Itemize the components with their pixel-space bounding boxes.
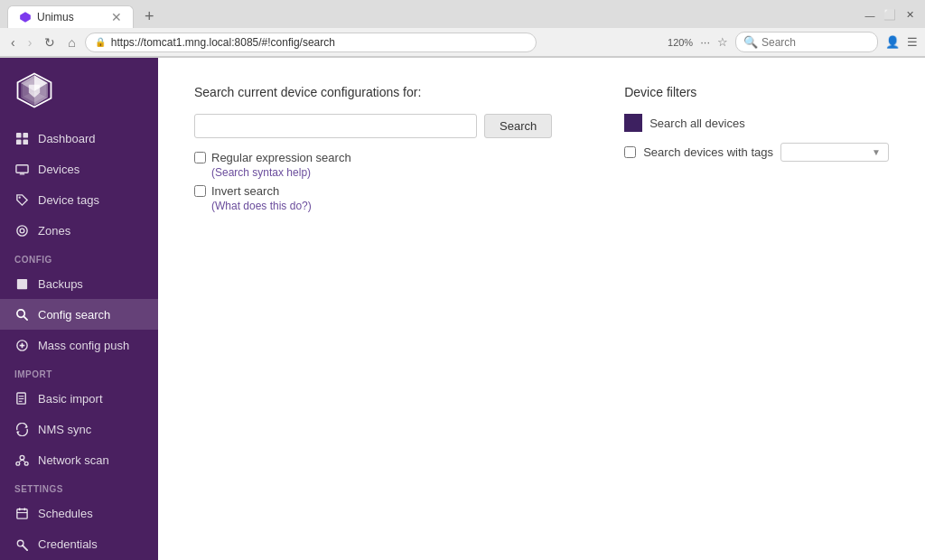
active-tab[interactable]: Unimus ✕ (7, 5, 134, 28)
credentials-label: Credentials (38, 537, 98, 551)
tab-title: Unimus (37, 11, 106, 23)
new-tab-button[interactable]: + (137, 7, 162, 26)
sidebar-item-device-tags[interactable]: Device tags (0, 184, 158, 215)
devices-label: Devices (38, 163, 79, 176)
page-section: Search current device configurations for… (194, 85, 889, 218)
app-logo (14, 70, 54, 110)
svg-marker-0 (20, 12, 31, 23)
minimize-button[interactable]: — (862, 7, 878, 23)
sidebar-item-nms-sync[interactable]: NMS sync (0, 414, 158, 444)
invert-help-link[interactable]: (What does this do?) (211, 200, 312, 212)
sidebar-item-network-scan[interactable]: Network scan (0, 444, 158, 475)
forward-button[interactable]: › (24, 33, 36, 51)
config-search-input[interactable] (194, 114, 477, 138)
sidebar-item-dashboard[interactable]: Dashboard (0, 123, 158, 154)
window-controls: — ⬜ ✕ (862, 7, 918, 27)
config-search-label: Config search (38, 308, 110, 322)
search-tags-option: Search devices with tags ▼ (624, 143, 889, 162)
menu-button[interactable]: ☰ (907, 35, 918, 49)
search-all-option: Search all devices (624, 114, 889, 132)
backups-icon (14, 276, 29, 291)
regex-label-group: Regular expression search (Search syntax… (211, 151, 351, 179)
mass-config-push-icon (14, 338, 29, 352)
browser-search-field[interactable]: 🔍 (735, 32, 878, 52)
profile-button[interactable]: 👤 (885, 35, 900, 49)
svg-rect-10 (15, 132, 21, 137)
invert-checkbox[interactable] (194, 185, 206, 197)
address-text: https://tomcat1.mng.local:8085/#!config/… (111, 36, 527, 49)
search-tags-label: Search devices with tags (643, 145, 773, 159)
schedules-icon (14, 506, 29, 520)
sidebar-item-mass-config-push[interactable]: Mass config push (0, 330, 158, 360)
bookmark-button[interactable]: ☆ (717, 35, 728, 49)
address-field[interactable]: 🔒 https://tomcat1.mng.local:8085/#!confi… (85, 33, 537, 52)
main-content: Search current device configurations for… (158, 58, 925, 560)
network-scan-label: Network scan (38, 453, 109, 467)
sidebar-item-config-search[interactable]: Config search (0, 299, 158, 330)
svg-line-32 (19, 460, 22, 462)
address-bar: ‹ › ↻ ⌂ 🔒 https://tomcat1.mng.local:8085… (0, 28, 925, 57)
devices-icon (14, 162, 29, 176)
svg-line-39 (22, 545, 26, 549)
svg-line-21 (23, 316, 27, 320)
svg-rect-19 (16, 278, 26, 288)
refresh-button[interactable]: ↻ (41, 33, 59, 51)
tab-close-button[interactable]: ✕ (111, 11, 122, 23)
app-container: Dashboard Devices Device tags Zones CONF… (0, 58, 925, 560)
sidebar-item-zones[interactable]: Zones (0, 215, 158, 246)
basic-import-icon (14, 391, 29, 406)
dashboard-icon (14, 131, 29, 145)
invert-checkbox-row: Invert search (What does this do?) (194, 184, 552, 212)
nms-sync-icon (14, 422, 29, 436)
browser-chrome: Unimus ✕ + — ⬜ ✕ ‹ › ↻ ⌂ 🔒 https://tomca… (0, 0, 925, 58)
regex-label: Regular expression search (211, 151, 351, 164)
credentials-icon (14, 537, 29, 551)
regex-checkbox[interactable] (194, 152, 206, 163)
device-tags-label: Device tags (38, 193, 99, 207)
back-button[interactable]: ‹ (7, 33, 19, 51)
sidebar-item-credentials[interactable]: Credentials (0, 528, 158, 559)
dashboard-label: Dashboard (38, 132, 96, 145)
invert-label-group: Invert search (What does this do?) (211, 184, 312, 212)
invert-label: Invert search (211, 184, 279, 198)
extensions-button[interactable]: ··· (700, 35, 710, 49)
svg-point-29 (20, 455, 24, 460)
tags-chevron-icon: ▼ (872, 147, 881, 157)
search-section: Search current device configurations for… (194, 85, 552, 218)
sidebar-item-schedules[interactable]: Schedules (0, 498, 158, 528)
svg-point-17 (16, 225, 26, 235)
zones-label: Zones (38, 224, 70, 238)
svg-rect-12 (15, 139, 21, 145)
home-button[interactable]: ⌂ (64, 33, 79, 51)
svg-rect-34 (16, 509, 26, 518)
basic-import-label: Basic import (38, 392, 103, 406)
device-tags-icon (14, 192, 29, 207)
browser-actions: 120% ··· ☆ 🔍 👤 ☰ (668, 32, 918, 52)
search-all-label: Search all devices (649, 117, 745, 130)
search-section-title: Search current device configurations for… (194, 85, 552, 99)
search-tags-checkbox[interactable] (624, 146, 636, 158)
svg-point-16 (18, 196, 20, 198)
svg-point-30 (15, 462, 19, 465)
maximize-button[interactable]: ⬜ (882, 7, 898, 23)
settings-section-label: SETTINGS (0, 475, 158, 498)
tab-bar: Unimus ✕ + — ⬜ ✕ (0, 0, 925, 28)
regex-help-link[interactable]: (Search syntax help) (211, 166, 351, 179)
sidebar-item-backups[interactable]: Backups (0, 268, 158, 299)
zones-icon (14, 223, 29, 238)
sidebar-item-basic-import[interactable]: Basic import (0, 383, 158, 414)
browser-search-input[interactable] (761, 36, 870, 49)
logo-area (0, 58, 158, 123)
svg-rect-14 (15, 164, 27, 172)
filters-section: Device filters Search all devices Search… (624, 85, 889, 218)
tags-dropdown[interactable]: ▼ (780, 143, 889, 162)
sidebar-item-devices[interactable]: Devices (0, 154, 158, 184)
mass-config-push-label: Mass config push (38, 339, 129, 352)
tab-favicon (19, 11, 32, 23)
svg-point-18 (20, 229, 24, 233)
svg-point-31 (24, 462, 28, 465)
close-window-button[interactable]: ✕ (902, 7, 918, 23)
search-button[interactable]: Search (484, 114, 552, 138)
backups-label: Backups (38, 277, 83, 291)
svg-line-33 (22, 460, 24, 462)
